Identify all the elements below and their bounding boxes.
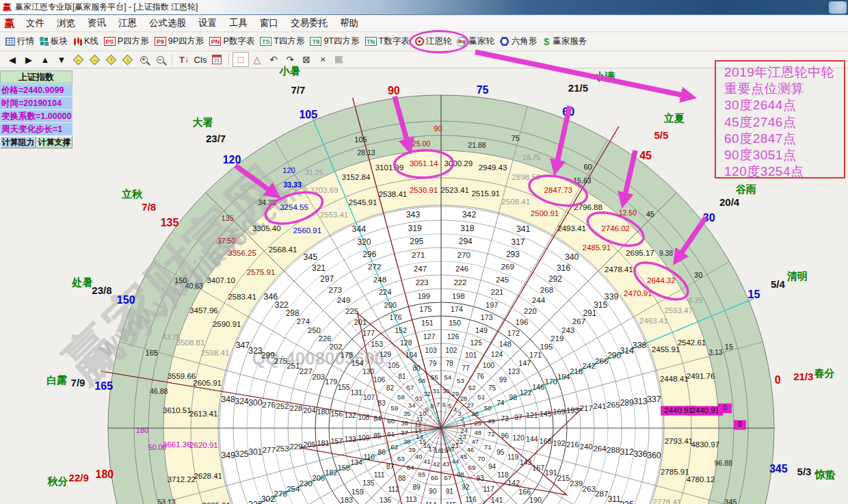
svg-text:267: 267 — [572, 317, 586, 326]
svg-text:180: 180 — [317, 408, 329, 416]
svg-text:221: 221 — [490, 288, 503, 296]
svg-text:29: 29 — [451, 390, 459, 397]
svg-text:325: 325 — [235, 449, 248, 459]
svg-text:345: 345 — [304, 252, 318, 262]
toolbar-item-行情[interactable]: 行情 — [3, 32, 37, 51]
toolbar-label: 赢家轮 — [468, 36, 494, 47]
svg-text:36: 36 — [401, 419, 408, 427]
menu-item-5[interactable]: 公式选股 — [143, 17, 192, 29]
svg-text:82: 82 — [386, 384, 395, 392]
svg-text:2560.91: 2560.91 — [293, 226, 322, 235]
svg-text:15: 15 — [725, 343, 733, 351]
svg-text:21/3: 21/3 — [793, 371, 813, 382]
menu-item-1[interactable]: 文件 — [20, 17, 51, 29]
svg-text:217: 217 — [580, 404, 593, 412]
draw-triangle-button[interactable]: △ — [249, 52, 265, 67]
svg-text:324: 324 — [235, 397, 248, 406]
svg-text:216: 216 — [566, 440, 579, 449]
menu-item-10[interactable]: 帮助 — [334, 17, 365, 29]
toolbar-item-板块[interactable]: 板块 — [37, 32, 70, 51]
svg-text:148: 148 — [499, 340, 512, 348]
svg-text:266: 266 — [595, 356, 609, 365]
svg-text:155: 155 — [338, 383, 350, 391]
svg-text:20/4: 20/4 — [719, 196, 740, 208]
toolbar-item-T四方形[interactable]: TST四方形 — [257, 32, 307, 51]
toolbar-item-P四方形[interactable]: PSP四方形 — [101, 32, 152, 51]
step-right-button[interactable]: → — [86, 52, 103, 67]
svg-text:339: 339 — [605, 292, 619, 302]
svg-text:196: 196 — [516, 318, 529, 326]
menu-item-2[interactable]: 浏览 — [51, 17, 81, 29]
svg-text:342: 342 — [462, 210, 477, 220]
toolbar-item-T数字表[interactable]: TNT数字表 — [362, 32, 412, 51]
zoom-out-button[interactable]: − — [152, 52, 168, 67]
menu-item-7[interactable]: 工具 — [223, 17, 254, 29]
toolbar-label: P四方形 — [118, 36, 149, 47]
calc-resistance-button[interactable]: 计算阻力 — [0, 136, 36, 148]
nav-forward-button[interactable]: ▶ — [21, 52, 37, 67]
step-up-button[interactable]: ↑ — [103, 52, 119, 67]
step-down-button[interactable]: ↓ — [119, 52, 135, 67]
svg-text:6.25: 6.25 — [689, 296, 703, 304]
rotate-up-button[interactable]: ▲ — [37, 52, 53, 67]
svg-text:56: 56 — [418, 377, 425, 384]
svg-text:116: 116 — [465, 496, 477, 503]
svg-text:135: 135 — [362, 479, 375, 487]
svg-text:75: 75 — [488, 384, 496, 392]
svg-text:3051.14: 3051.14 — [410, 159, 438, 168]
draw-square-button[interactable]: □ — [233, 52, 249, 67]
menu-item-8[interactable]: 窗口 — [254, 17, 284, 29]
calc-support-button[interactable]: 计算支撑 — [36, 136, 72, 148]
time-axis-button[interactable]: T↓ — [176, 52, 192, 67]
menu-item-4[interactable]: 江恩 — [112, 17, 143, 29]
flag-button[interactable] — [331, 52, 347, 67]
svg-text:177: 177 — [362, 329, 375, 337]
svg-text:349: 349 — [221, 451, 235, 460]
box-icon: TS — [260, 37, 271, 46]
svg-text:96: 96 — [501, 432, 509, 440]
svg-text:239: 239 — [570, 479, 583, 488]
svg-text:53.13: 53.13 — [158, 498, 176, 504]
svg-text:57: 57 — [406, 384, 414, 391]
annotation-box: 2019年江恩轮中轮重要点位测算30度2644点45度2746点60度2847点… — [715, 60, 845, 178]
svg-text:74: 74 — [496, 399, 505, 407]
toolbar-label: K线 — [84, 36, 98, 47]
toolbar-item-K线[interactable]: K线 — [70, 32, 101, 51]
svg-text:131: 131 — [350, 388, 362, 397]
nav-back-button[interactable]: ◀ — [4, 52, 21, 67]
svg-text:15: 15 — [748, 289, 760, 300]
toolbar-item-9T四方形[interactable]: T99T四方形 — [307, 32, 362, 51]
svg-text:3356.25: 3356.25 — [228, 249, 256, 257]
rotate-down-button[interactable]: ▼ — [53, 52, 70, 67]
menu-item-3[interactable]: 资讯 — [81, 17, 112, 29]
window-controls[interactable] — [829, 1, 847, 14]
svg-text:224: 224 — [379, 288, 392, 296]
svg-text:126: 126 — [447, 332, 460, 341]
toolbar-item-六角形[interactable]: 六角形 — [497, 32, 540, 51]
cls-button[interactable]: Cls — [192, 52, 209, 67]
menu-item-9[interactable]: 交易委托 — [284, 17, 334, 29]
toolbar-item-9P四方形[interactable]: P99P四方形 — [152, 32, 207, 51]
zoom-in-button[interactable]: + — [135, 52, 152, 67]
svg-text:313: 313 — [633, 397, 647, 406]
svg-text:2463.41: 2463.41 — [639, 317, 668, 325]
step-left-button[interactable]: ← — [70, 52, 86, 67]
toolbar-item-P数字表[interactable]: PNP数字表 — [207, 32, 257, 51]
svg-text:30: 30 — [442, 387, 450, 395]
svg-text:100: 100 — [483, 362, 494, 369]
hex-icon — [500, 37, 509, 47]
calendar-button[interactable]: 21 — [209, 52, 225, 67]
menu-item-6[interactable]: 设置 — [192, 17, 223, 29]
svg-text:215: 215 — [557, 474, 570, 482]
svg-text:73: 73 — [501, 415, 509, 423]
toolbar-item-赢家服务[interactable]: $赢家服务 — [540, 32, 589, 51]
svg-text:秋分: 秋分 — [47, 475, 68, 487]
svg-text:2644.32: 2644.32 — [647, 276, 676, 284]
svg-text:7/8: 7/8 — [142, 201, 156, 213]
svg-text:31: 31 — [433, 387, 440, 395]
cross-arrows-button[interactable]: × — [315, 52, 331, 67]
toolbar-separator — [172, 53, 172, 66]
box-x-button[interactable]: ⊠ — [298, 52, 315, 67]
svg-text:102: 102 — [445, 347, 457, 354]
app-logo-icon: 赢 — [3, 1, 12, 14]
